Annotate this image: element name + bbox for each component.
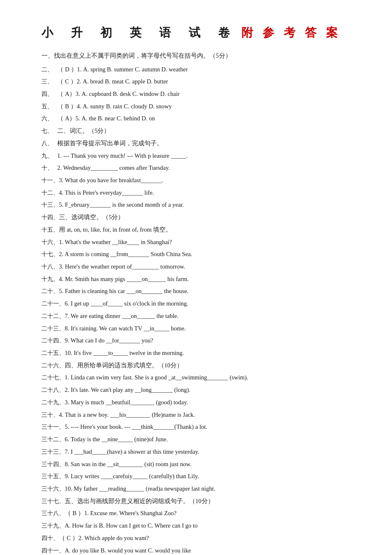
item-number: 二十、	[41, 286, 59, 298]
list-item: 二十二、7. We are eating dinner ___on______ …	[41, 310, 359, 323]
list-item: 五、（ B ）4. A. sunny B. rain C. cloudy D. …	[41, 100, 359, 113]
item-content: 6. Today is the __nine_____ (nine)of Jun…	[65, 433, 359, 446]
item-number: 四十一、	[41, 545, 65, 555]
item-number: 三十九、	[41, 520, 65, 532]
section-1-header: 一、找出在意义上不属于同类的词，将字母代号写在括号内。（5分）	[41, 50, 359, 62]
list-item: 十一、3. What do you have for breakfast____…	[41, 174, 359, 187]
item-content: 5. F_ebruary_______ is the second month …	[59, 199, 359, 211]
item-number: 二十三、	[41, 323, 65, 335]
item-number: 三十四、	[41, 459, 65, 471]
item-number: 六、	[41, 113, 57, 125]
list-item: 三十六、10. My father ___reading______ (read…	[41, 483, 359, 495]
item-number: 三十三、	[41, 446, 65, 458]
list-item: 八、根据首字母提示写出单词，完成句子。	[41, 137, 359, 150]
item-content: （ A）5. A. the B. near C. behind D. on	[57, 112, 359, 125]
title-answer: 附 参 考 答 案	[241, 25, 341, 41]
item-number: 九、	[41, 150, 57, 162]
list-item: 七、二、词汇。（5分）	[41, 125, 359, 137]
item-content: 5. Father is cleaning his car ___on_____…	[59, 285, 359, 298]
item-content: 8. It's raining. We can watch TV __in___…	[65, 323, 359, 335]
item-content: 二、词汇。（5分）	[57, 125, 359, 137]
list-item: 九、1. --- Thank you very much! --- With p…	[41, 150, 359, 162]
item-number: 五、	[41, 101, 57, 113]
item-content: 根据首字母提示写出单词，完成句子。	[57, 137, 359, 150]
item-content: 3. What do you have for breakfast_______…	[59, 174, 359, 187]
item-number: 十九、	[41, 274, 59, 286]
list-item: 十、2. Wednesday_________ comes after Tues…	[41, 162, 359, 174]
item-content: （ B ）1. Excuse me. Where's Shanghai Zoo?	[65, 507, 359, 520]
list-item: 三十五、9. Lucy writes ____carefuiy_____ (ca…	[41, 470, 359, 483]
list-item: 二十九、3. Mary is much __beutfuil________ (…	[41, 396, 359, 409]
item-number: 十二、	[41, 187, 59, 199]
list-item: 四十一、 A. do you like B. would you want C.…	[41, 545, 359, 555]
item-number: 二十一、	[41, 298, 65, 310]
item-content: （ B ）4. A. sunny B. rain C. cloudy D. sn…	[57, 100, 359, 113]
item-number: 二十六、	[41, 360, 65, 372]
item-content: 8. San was in the __sit________ (sit) ro…	[65, 458, 359, 471]
list-item: 二十三、8. It's raining. We can watch TV __i…	[41, 323, 359, 335]
item-number: 十五、	[41, 224, 59, 236]
item-number: 三十七、	[41, 496, 65, 508]
list-item: 十九、4. Mr. Smith has many pigs _____on___…	[41, 273, 359, 286]
item-number: 十八、	[41, 261, 59, 273]
item-number: 十七、	[41, 249, 59, 261]
item-content: 2. A storm is coming __from_______ South…	[59, 248, 359, 261]
item-number: 三十八、	[41, 508, 65, 520]
list-item: 十四、三、选词填空。（5分）	[41, 211, 359, 224]
item-content: 用 at, on, to, like, for, in front of, fr…	[59, 224, 359, 236]
item-number: 二十七、	[41, 372, 65, 384]
item-number: 二、	[41, 64, 57, 76]
item-content: （ C ）2. A. bread B. meat C. apple D. but…	[57, 76, 359, 88]
item-content: 四、用所给单词的适当形式填空。（10分）	[65, 359, 359, 372]
list-item: 二十一、6. I get up ____of_____ six o'clock …	[41, 298, 359, 310]
list-item: 三十三、7. I ___had_____(have) a shower at t…	[41, 446, 359, 458]
list-item: 二十八、2. It's late. We can't play any __lo…	[41, 384, 359, 396]
item-number: 三十二、	[41, 434, 65, 446]
item-number: 十、	[41, 162, 57, 174]
item-number: 二十九、	[41, 397, 65, 409]
list-item: 三十、4. That is a new boy. ___his________ …	[41, 409, 359, 421]
list-item: 三十一、5. ---- Here's your book. --- ___thi…	[41, 421, 359, 433]
list-item: 二十七、1. Linda can swim very fast. She is …	[41, 372, 359, 384]
item-content: 1. What's the weather __like____ in Shan…	[59, 236, 359, 249]
item-number: 八、	[41, 138, 57, 150]
item-content: 3. Mary is much __beutfuil________ (good…	[65, 396, 359, 409]
title-row: 小 升 初 英 语 试 卷 附 参 考 答 案	[41, 25, 359, 41]
list-item: 六、（ A）5. A. the B. near C. behind D. on	[41, 112, 359, 125]
list-item: 二十四、9. What can I do __for_______ you?	[41, 335, 359, 347]
item-number: 七、	[41, 125, 57, 137]
item-number: 三十五、	[41, 471, 65, 483]
section-1-items: 二、（ D ）1. A. spring B. summer C. autumn …	[41, 64, 359, 555]
item-number: 三十一、	[41, 421, 65, 433]
item-number: 二十八、	[41, 384, 65, 396]
item-content: 2. It's late. We can't play any __long__…	[65, 384, 359, 396]
section-1-label: 一、找出在意义上不属于同类的词，将字母代号写在括号内。（5分）	[41, 52, 231, 59]
list-item: 十七、2. A storm is coming __from_______ So…	[41, 248, 359, 261]
item-number: 十六、	[41, 237, 59, 249]
item-number: 二十二、	[41, 311, 65, 323]
title-cn: 小 升 初 英 语 试 卷	[41, 25, 237, 41]
item-number: 三十六、	[41, 483, 65, 495]
item-content: 7. I ___had_____(have) a shower at this …	[65, 446, 359, 458]
list-item: 四十、（ C ）2. Which apple do you want?	[41, 532, 359, 545]
list-item: 十三、5. F_ebruary_______ is the second mon…	[41, 199, 359, 211]
item-number: 十四、	[41, 212, 59, 224]
item-content: 7. We are eating dinner ___on______ the …	[65, 310, 359, 323]
item-number: 二十五、	[41, 347, 65, 359]
item-content: 9. Lucy writes ____carefuiy_____ (carefu…	[65, 470, 359, 483]
item-content: （ D ）1. A. spring B. summer C. autumn D.…	[57, 64, 359, 76]
item-content: 三、选词填空。（5分）	[59, 211, 359, 224]
item-number: 四十、	[41, 533, 59, 545]
list-item: 十六、1. What's the weather __like____ in S…	[41, 236, 359, 249]
item-content: 9. What can I do __for_______ you?	[65, 335, 359, 347]
list-item: 四、（ A）3. A. cupboard B. desk C. window D…	[41, 88, 359, 100]
list-item: 二十五、10. It's five _____to_____ twelve in…	[41, 347, 359, 359]
item-number: 十一、	[41, 175, 59, 187]
list-item: 二、（ D ）1. A. spring B. summer C. autumn …	[41, 64, 359, 76]
item-content: 3. Here's the weather report of_________…	[59, 261, 359, 273]
item-content: 1. --- Thank you very much! --- With p l…	[57, 150, 359, 162]
list-item: 三十二、6. Today is the __nine_____ (nine)of…	[41, 433, 359, 446]
list-item: 十五、用 at, on, to, like, for, in front of,…	[41, 224, 359, 236]
item-number: 三、	[41, 76, 57, 88]
item-number: 二十四、	[41, 335, 65, 347]
